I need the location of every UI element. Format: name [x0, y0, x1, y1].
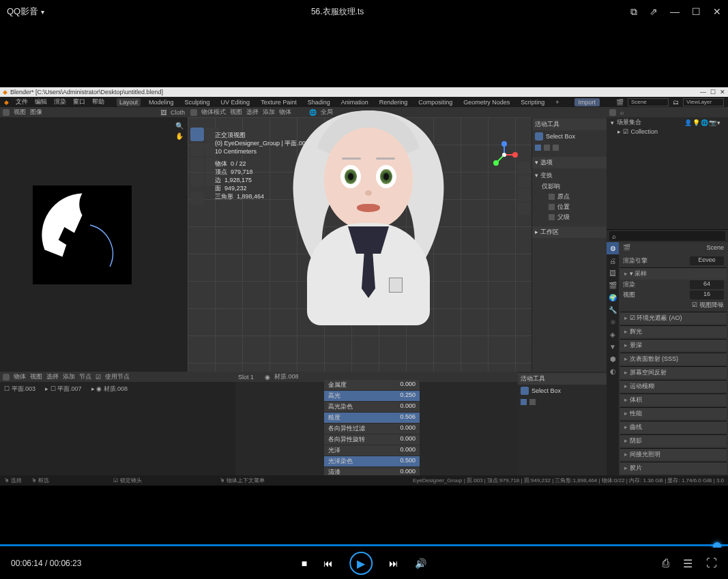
import-button[interactable]: Import	[574, 98, 600, 106]
hand-icon[interactable]: ✋	[175, 132, 184, 140]
tab-uv[interactable]: UV Editing	[218, 98, 253, 106]
pan-icon[interactable]	[518, 175, 530, 188]
pip-icon[interactable]: ⧉	[630, 6, 637, 18]
blender-menu[interactable]: ◆ 文件 编辑 渲染 窗口 帮助 Layout Modeling Sculpti…	[0, 97, 728, 107]
snapshot-icon[interactable]: ⎙	[663, 557, 669, 570]
tab-shading[interactable]: Shading	[305, 98, 333, 106]
move-tool[interactable]	[190, 143, 204, 156]
tab-layout[interactable]: Layout	[117, 98, 141, 106]
viewlayer-field[interactable]: ViewLayer	[683, 98, 724, 106]
camera-icon[interactable]	[518, 189, 530, 201]
tab-texpaint[interactable]: Texture Paint	[258, 98, 300, 106]
svg-point-3	[501, 141, 507, 147]
outliner[interactable]: ⌕ ▾ 场景集合 👤💡🌐📷▾ ▸ ☑ Collection	[607, 107, 728, 230]
fullscreen-icon[interactable]: ⛶	[706, 557, 717, 570]
tab-comp[interactable]: Compositing	[416, 98, 455, 106]
shader-left-header[interactable]: 物体 视图 选择 添加 节点 ☑使用节点	[0, 372, 235, 382]
svg-point-5	[493, 160, 499, 166]
scene-field[interactable]: Scene	[628, 98, 669, 106]
volume-button[interactable]: 🔊	[415, 558, 426, 569]
persp-icon[interactable]	[518, 203, 530, 215]
viewlayer-icon[interactable]: 🗂	[673, 99, 679, 106]
tab-modeling[interactable]: Modeling	[146, 98, 177, 106]
tab-anim[interactable]: Animation	[338, 98, 371, 106]
properties-tabs[interactable]: ⚙🖨🖼🎬🌍🔧⚛◈▼⬢◐	[607, 242, 619, 475]
next-button[interactable]: ⏭	[389, 558, 398, 569]
character-render	[249, 107, 488, 332]
props-search[interactable]: ⌕	[609, 231, 725, 241]
minimize-icon[interactable]: —	[670, 6, 680, 18]
zoom-icon[interactable]	[518, 162, 530, 174]
uv-header[interactable]: 视图 图像 🖼 Cloth	[0, 107, 188, 117]
tab-geo[interactable]: Geometry Nodes	[461, 98, 512, 106]
play-button[interactable]: ▶	[349, 552, 373, 575]
select-box-tool[interactable]	[190, 128, 204, 141]
video-title: 56.衣服纹理.ts	[44, 6, 630, 18]
progress-bar[interactable]	[0, 542, 728, 548]
addcube-tool[interactable]	[190, 192, 204, 205]
tab-sculpting[interactable]: Sculpting	[182, 98, 213, 106]
scale-tool[interactable]	[190, 158, 204, 171]
close-icon[interactable]: ✕	[713, 6, 721, 18]
tab-render-icon: ⚙	[607, 242, 619, 254]
tab-render[interactable]: Rendering	[377, 98, 411, 106]
app-name[interactable]: QQ影音▾	[7, 5, 44, 18]
tab-add[interactable]: +	[553, 98, 562, 106]
tab-script[interactable]: Scripting	[518, 98, 547, 106]
svg-point-6	[502, 153, 506, 157]
scene-icon[interactable]: 🎬	[616, 99, 624, 106]
time-display: 00:06:14 / 00:06:23	[11, 559, 81, 568]
magnify-icon[interactable]: 🔍	[175, 122, 184, 130]
blender-titlebar: ◆ Blender* [C:\Users\Administrator\Deskt…	[0, 87, 728, 97]
bsdf-node[interactable]: 金属度0.000 高光0.250 高光染色0.000 糙度0.506 各向异性过…	[324, 380, 420, 478]
annotate-tool[interactable]	[190, 173, 204, 186]
maximize-icon[interactable]: ☐	[692, 6, 701, 18]
svg-point-4	[512, 152, 518, 158]
pin-icon[interactable]: ⇗	[650, 6, 658, 18]
uv-preview	[33, 185, 132, 284]
blender-status-bar: 🖱 选择 🖱 框选 ☑ 锁定镜头 🖱 物体上下文菜单 EyeDesigner_G…	[0, 475, 728, 486]
stop-button[interactable]: ■	[302, 558, 307, 569]
playlist-icon[interactable]: ☰	[683, 557, 693, 570]
prev-button[interactable]: ⏮	[323, 558, 333, 569]
nav-gizmo[interactable]	[491, 141, 518, 168]
